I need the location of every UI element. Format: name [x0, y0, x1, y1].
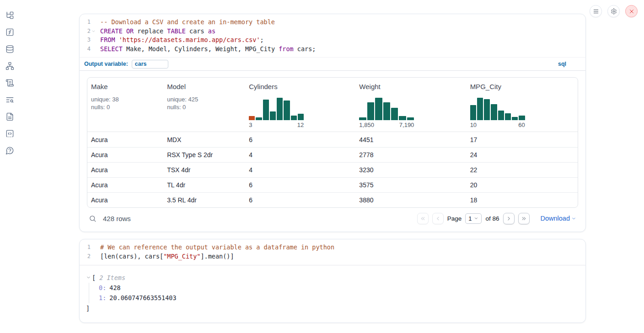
histogram-range-labels: 1060: [470, 122, 525, 128]
sql-editor[interactable]: 1-- Download a CSV and create an in-memo…: [80, 14, 585, 57]
code-line[interactable]: 1-- Download a CSV and create an in-memo…: [80, 18, 585, 27]
table-cell: 22: [467, 166, 578, 174]
python-editor[interactable]: 1# We can reference the output variable …: [80, 239, 585, 264]
code-line[interactable]: 2[len(cars), cars["MPG_City"].mean()]: [80, 252, 585, 261]
prev-page-button[interactable]: [432, 213, 444, 224]
table-cell: Acura: [87, 196, 163, 204]
code-line[interactable]: 4SELECT Make, Model, Cylinders, Weight, …: [80, 45, 585, 54]
sql-cell: 1-- Download a CSV and create an in-memo…: [79, 14, 586, 232]
chevron-down-icon: [571, 216, 576, 221]
histogram-range-labels: 312: [249, 122, 304, 128]
code-line[interactable]: 1# We can reference the output variable …: [80, 243, 585, 252]
help-chat-icon[interactable]: [5, 145, 15, 155]
table-cell: 3880: [355, 196, 466, 204]
results-table: Makeunique: 38nulls: 0Modelunique: 425nu…: [87, 77, 578, 208]
shutdown-button[interactable]: [625, 5, 638, 17]
histogram-bar: [284, 100, 290, 120]
file-tree-icon[interactable]: [5, 10, 15, 20]
column-header-make[interactable]: Makeunique: 38nulls: 0: [87, 78, 163, 132]
table-cell: 17: [467, 136, 578, 143]
column-stats: unique: 38nulls: 0: [91, 95, 160, 111]
column-name: Model: [167, 83, 242, 90]
table-cell: 2778: [355, 151, 466, 159]
histogram-bar: [249, 116, 255, 120]
histogram-bar: [491, 104, 497, 120]
row-count: 428 rows: [103, 215, 131, 222]
tree-entry: 0:428: [99, 283, 579, 293]
close-icon: [628, 8, 635, 15]
column-histogram: 1060: [470, 96, 525, 128]
dependency-graph-icon[interactable]: [5, 61, 15, 71]
table-cell: TSX 4dr: [163, 166, 245, 174]
chevrons-left-icon: [420, 216, 426, 222]
histogram-bar: [298, 114, 304, 120]
histogram-range-labels: 1,8507,190: [359, 122, 414, 128]
tree-body: 0:4281:20.060747663551403: [89, 283, 579, 303]
next-page-button[interactable]: [503, 213, 515, 224]
table-row: AcuraRSX Type S 2dr4277824: [87, 147, 578, 162]
panel-sidebar: [5, 10, 15, 155]
code-text: -- Download a CSV and create an in-memor…: [96, 18, 275, 27]
tree-collapse-icon[interactable]: [86, 275, 92, 280]
fold-chevron-icon: [91, 245, 96, 250]
output-variable-label: Output variable:: [84, 61, 128, 67]
column-stats: unique: 425nulls: 0: [167, 95, 242, 111]
table-row: AcuraMDX6445117: [87, 132, 578, 147]
code-text: SELECT Make, Model, Cylinders, Weight, M…: [96, 45, 316, 54]
histogram-bar: [470, 105, 476, 120]
settings-button[interactable]: [607, 5, 620, 17]
first-page-button[interactable]: [417, 213, 429, 224]
histogram-bar: [519, 116, 525, 120]
table-cell: 4451: [355, 136, 466, 143]
table-cell: 6: [245, 181, 355, 189]
pagination: Page 1 of 86 Download: [417, 213, 576, 224]
document-icon[interactable]: [5, 111, 15, 122]
text-search-icon[interactable]: [5, 95, 15, 105]
sql-cell-footer: Output variable: sql: [80, 57, 585, 71]
menu-button[interactable]: [590, 5, 602, 17]
database-icon[interactable]: [5, 44, 15, 54]
output-variable-input[interactable]: [132, 60, 168, 69]
column-header-model[interactable]: Modelunique: 425nulls: 0: [163, 78, 245, 132]
code-text: CREATE OR replace TABLE cars as: [96, 27, 215, 36]
histogram-bar: [375, 98, 382, 120]
column-name: Cylinders: [249, 83, 352, 90]
snippets-icon[interactable]: [5, 128, 15, 138]
page-total: of 86: [485, 215, 499, 222]
python-cell: 1# We can reference the output variable …: [79, 239, 586, 322]
notebook: 1-- Download a CSV and create an in-memo…: [79, 14, 586, 323]
python-output: [2 Items0:4281:20.060747663551403]: [80, 265, 585, 322]
line-number: 2: [80, 27, 96, 36]
language-badge[interactable]: sql: [558, 61, 566, 67]
histogram-bar: [484, 99, 490, 120]
histogram-bar: [498, 111, 504, 120]
column-header-mpg_city[interactable]: MPG_City1060: [467, 78, 578, 132]
column-header-weight[interactable]: Weight1,8507,190: [355, 78, 466, 132]
fold-chevron-icon[interactable]: [91, 28, 96, 34]
line-number: 3: [80, 36, 96, 45]
histogram-bar: [270, 111, 276, 120]
histogram-bar: [277, 98, 283, 120]
fold-chevron-icon: [91, 47, 96, 52]
table-cell: 6: [245, 196, 355, 204]
last-page-button[interactable]: [518, 213, 530, 224]
page-select-value: 1: [468, 215, 472, 222]
tree-open-bracket: [: [92, 273, 96, 283]
topbar: [590, 5, 638, 17]
search-icon[interactable]: [89, 215, 97, 222]
table-cell: 4: [245, 166, 355, 174]
function-square-icon[interactable]: [5, 27, 15, 37]
code-text: FROM 'https://datasets.marimo.app/cars.c…: [96, 36, 264, 45]
table-body: AcuraMDX6445117AcuraRSX Type S 2dr427782…: [87, 132, 578, 207]
code-line[interactable]: 2CREATE OR replace TABLE cars as: [80, 27, 585, 36]
code-line[interactable]: 3FROM 'https://datasets.marimo.app/cars.…: [80, 36, 585, 45]
table-cell: Acura: [87, 151, 163, 159]
download-button[interactable]: Download: [541, 215, 577, 222]
table-cell: 18: [467, 196, 578, 204]
histogram-bar: [367, 102, 374, 120]
line-number: 1: [80, 18, 96, 27]
table-footer: 428 rows Page 1 of 86: [87, 208, 578, 229]
page-select[interactable]: 1: [465, 213, 482, 224]
column-header-cylinders[interactable]: Cylinders312: [245, 78, 355, 132]
scroll-log-icon[interactable]: [5, 78, 15, 88]
